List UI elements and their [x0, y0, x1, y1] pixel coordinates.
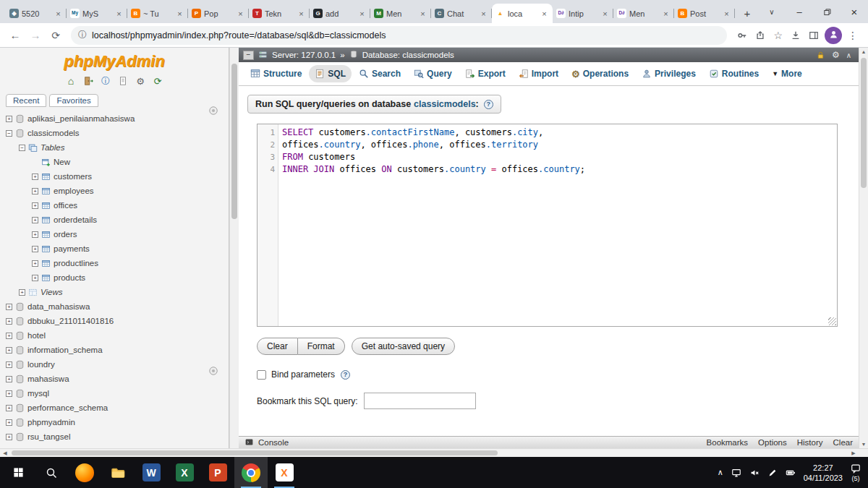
tree-toggle-icon[interactable]: +	[6, 390, 12, 397]
info-circle-icon[interactable]: ⓘ	[100, 75, 111, 87]
taskbar-word[interactable]: W	[135, 457, 168, 488]
tree-item-New[interactable]: New	[0, 155, 229, 169]
battery-icon[interactable]	[786, 468, 796, 478]
query-box-db-link[interactable]: classicmodels	[414, 99, 475, 109]
console-link-clear[interactable]: Clear	[833, 438, 853, 447]
logout-icon[interactable]	[82, 75, 94, 87]
tree-toggle-icon[interactable]: +	[6, 304, 12, 310]
tab-close-icon[interactable]: ×	[175, 9, 184, 18]
breadcrumb-server-link[interactable]: Server: 127.0.0.1	[272, 51, 336, 59]
pen-icon[interactable]	[767, 468, 778, 478]
nav-refresh-icon[interactable]: ⟳	[152, 75, 163, 87]
tree-toggle-icon[interactable]: +	[6, 116, 12, 122]
new-tab-button[interactable]: +	[738, 4, 757, 22]
taskbar-firefox[interactable]	[68, 457, 101, 488]
menu-button[interactable]: ⋮	[843, 26, 862, 45]
sidebar-scrollbar[interactable]	[229, 48, 239, 448]
browser-tab[interactable]: BPost×	[674, 4, 735, 23]
settings-icon[interactable]: ⚙	[135, 75, 146, 87]
tab-structure[interactable]: Structure	[244, 65, 307, 82]
forward-button[interactable]: →	[26, 26, 45, 45]
lock-icon[interactable]	[816, 51, 825, 60]
tree-toggle-icon[interactable]: −	[6, 130, 12, 137]
tree-item-data_mahasiswa[interactable]: +data_mahasiswa	[0, 299, 229, 314]
close-button[interactable]: ×	[841, 0, 868, 23]
tree-item-dbbuku_211011401816[interactable]: +dbbuku_211011401816	[0, 314, 229, 328]
tree-item-orders[interactable]: +orders	[0, 227, 229, 241]
bind-parameters-checkbox[interactable]	[257, 370, 266, 380]
tree-item-Views[interactable]: +Views	[0, 285, 229, 299]
tab-close-icon[interactable]: ×	[54, 9, 63, 18]
tab-close-icon[interactable]: ×	[297, 9, 306, 18]
breadcrumb-database-link[interactable]: Database: classicmodels	[362, 51, 454, 59]
horizontal-scrollbar-thumb[interactable]	[12, 450, 498, 455]
taskbar-clock[interactable]: 22:27 04/11/2023	[804, 463, 843, 483]
bookmark-input[interactable]	[364, 393, 476, 409]
tree-item-payments[interactable]: +payments	[0, 241, 229, 256]
tab-search[interactable]: Search	[353, 65, 407, 82]
gear-light-icon[interactable]: ⚙	[832, 50, 840, 60]
sidebar-scrollbar-thumb[interactable]	[231, 64, 237, 219]
tab-close-icon[interactable]: ×	[479, 9, 488, 18]
tree-toggle-icon[interactable]: +	[6, 405, 12, 411]
taskbar-excel[interactable]: X	[168, 457, 201, 488]
profile-avatar[interactable]	[825, 27, 842, 44]
home-icon[interactable]: ⌂	[65, 75, 77, 87]
tab-close-icon[interactable]: ×	[661, 9, 671, 18]
panel-tab-recent[interactable]: Recent	[6, 94, 46, 107]
tree-toggle-icon[interactable]: −	[19, 145, 25, 151]
tree-item-loundry[interactable]: +loundry	[0, 357, 229, 372]
window-vertical-scrollbar[interactable]: ▲ ▼	[859, 48, 868, 448]
taskbar-xampp[interactable]: X	[268, 457, 301, 488]
help-icon[interactable]: ?	[484, 100, 493, 109]
tab-close-icon[interactable]: ×	[418, 9, 427, 18]
tab-routines[interactable]: Routines	[703, 65, 765, 82]
docs-icon[interactable]	[117, 75, 129, 87]
tree-toggle-icon[interactable]: +	[6, 434, 12, 440]
tab-close-icon[interactable]: ×	[236, 9, 245, 18]
action-center[interactable]: (5)	[851, 463, 861, 482]
clear-button[interactable]: Clear	[257, 338, 298, 355]
taskbar-powerpoint[interactable]: P	[201, 457, 234, 488]
console-link-options[interactable]: Options	[758, 438, 787, 447]
browser-tab[interactable]: Gadd×	[310, 4, 370, 23]
format-button[interactable]: Format	[298, 338, 345, 355]
browser-tab[interactable]: D∂Intip×	[553, 4, 613, 23]
tab-export[interactable]: Export	[459, 65, 511, 82]
tree-item-mysql[interactable]: +mysql	[0, 386, 229, 401]
tree-item-orderdetails[interactable]: +orderdetails	[0, 213, 229, 227]
tree-item-phpmyadmin[interactable]: +phpmyadmin	[0, 415, 229, 429]
tree-item-products[interactable]: +products	[0, 270, 229, 285]
tree-item-customers[interactable]: +customers	[0, 169, 229, 184]
tree-item-employees[interactable]: +employees	[0, 184, 229, 198]
help-icon[interactable]: ?	[341, 370, 350, 380]
sql-editor[interactable]: 1234 SELECT customers.contactFirstName, …	[257, 124, 838, 327]
tree-item-mahasiswa[interactable]: +mahasiswa	[0, 372, 229, 386]
panel-tab-favorites[interactable]: Favorites	[49, 94, 98, 107]
tab-close-icon[interactable]: ×	[600, 9, 610, 18]
info-icon[interactable]: ⓘ	[78, 29, 87, 41]
taskbar-search[interactable]	[35, 457, 68, 488]
tree-toggle-icon[interactable]: +	[32, 202, 38, 209]
tree-item-Tables[interactable]: −Tables	[0, 140, 229, 155]
nav-disc-icon[interactable]	[208, 106, 218, 118]
vertical-scrollbar-thumb[interactable]	[861, 58, 867, 188]
taskbar-start[interactable]	[1, 457, 35, 488]
console-link-bookmarks[interactable]: Bookmarks	[707, 438, 749, 447]
browser-tab[interactable]: TTekn×	[249, 4, 310, 23]
tree-toggle-icon[interactable]: +	[32, 231, 38, 238]
tree-item-classicmodels[interactable]: −classicmodels	[0, 126, 229, 140]
tab-privileges[interactable]: Privileges	[636, 65, 702, 82]
scroll-left-arrow[interactable]: ◀	[0, 450, 10, 456]
console-link-history[interactable]: History	[797, 438, 823, 447]
taskbar-chrome[interactable]	[234, 457, 268, 488]
tab-import[interactable]: Import	[513, 65, 564, 82]
browser-tab[interactable]: MyMyS×	[67, 4, 127, 23]
tab-close-icon[interactable]: ×	[357, 9, 367, 18]
tab-close-icon[interactable]: ×	[114, 9, 124, 18]
scroll-down-arrow[interactable]: ▼	[859, 442, 868, 447]
chevron-up-icon[interactable]: ∧	[718, 468, 723, 477]
star-icon[interactable]: ☆	[773, 30, 783, 41]
browser-tab[interactable]: ▲loca×	[492, 4, 553, 23]
download-icon[interactable]	[791, 30, 801, 40]
